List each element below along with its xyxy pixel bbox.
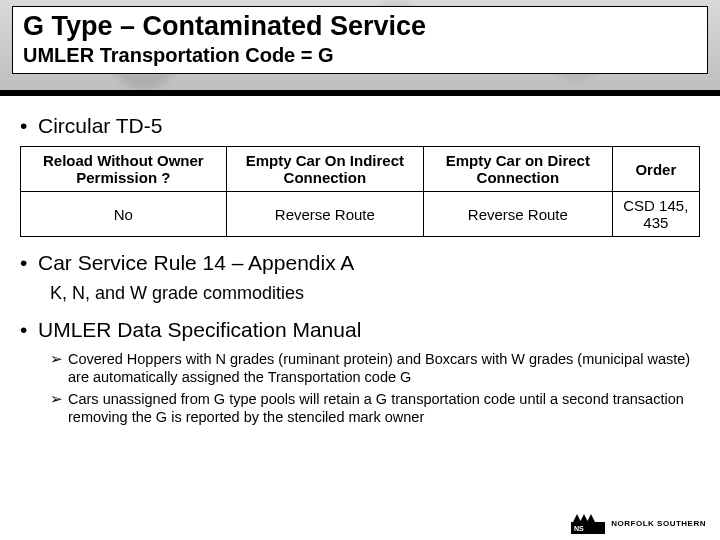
bullet-text: UMLER Data Specification Manual xyxy=(38,318,361,342)
sub-bullet-unassigned: ➢ Cars unassigned from G type pools will… xyxy=(50,390,700,426)
bullet-text: Circular TD-5 xyxy=(38,114,162,138)
bullet-dot-icon: • xyxy=(20,251,38,275)
th-order: Order xyxy=(612,147,699,192)
bullet-rule14: • Car Service Rule 14 – Appendix A xyxy=(20,251,700,275)
slide-subtitle: UMLER Transportation Code = G xyxy=(23,44,697,67)
td-direct: Reverse Route xyxy=(424,192,613,237)
bullet-circular: • Circular TD-5 xyxy=(20,114,700,138)
arrow-icon: ➢ xyxy=(50,390,68,426)
sub-bullet-covered-hoppers: ➢ Covered Hoppers with N grades (ruminan… xyxy=(50,350,700,386)
bullet-text: Cars unassigned from G type pools will r… xyxy=(68,390,700,426)
arrow-icon: ➢ xyxy=(50,350,68,386)
td-indirect: Reverse Route xyxy=(226,192,423,237)
td-order: CSD 145, 435 xyxy=(612,192,699,237)
bullet-umler: • UMLER Data Specification Manual xyxy=(20,318,700,342)
bullet-text: Covered Hoppers with N grades (ruminant … xyxy=(68,350,700,386)
th-indirect: Empty Car On Indirect Connection xyxy=(226,147,423,192)
th-direct: Empty Car on Direct Connection xyxy=(424,147,613,192)
footer-brand: NORFOLK SOUTHERN xyxy=(611,519,706,528)
slide-title: G Type – Contaminated Service xyxy=(23,11,697,42)
td-reload: No xyxy=(21,192,227,237)
bullet-text: Car Service Rule 14 – Appendix A xyxy=(38,251,354,275)
circular-table: Reload Without Owner Permission ? Empty … xyxy=(20,146,700,237)
table-header-row: Reload Without Owner Permission ? Empty … xyxy=(21,147,700,192)
footer: NS NORFOLK SOUTHERN xyxy=(571,512,706,534)
header-divider xyxy=(0,90,720,96)
slide: G Type – Contaminated Service UMLER Tran… xyxy=(0,0,720,540)
bullet-dot-icon: • xyxy=(20,318,38,342)
sub-bullet-commodities: K, N, and W grade commodities xyxy=(50,283,700,304)
svg-text:NS: NS xyxy=(574,525,584,532)
table-row: No Reverse Route Reverse Route CSD 145, … xyxy=(21,192,700,237)
title-block: G Type – Contaminated Service UMLER Tran… xyxy=(12,6,708,74)
bullet-dot-icon: • xyxy=(20,114,38,138)
ns-logo-icon: NS xyxy=(571,512,605,534)
content-area: • Circular TD-5 Reload Without Owner Per… xyxy=(20,108,700,431)
th-reload: Reload Without Owner Permission ? xyxy=(21,147,227,192)
